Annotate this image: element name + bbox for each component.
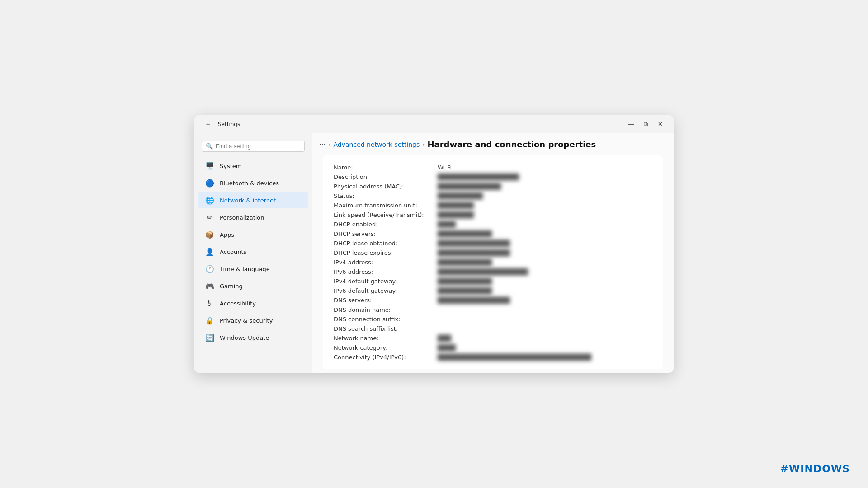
property-row: Connectivity (IPv4/IPv6):███████████████…: [334, 352, 652, 362]
property-row: Link speed (Receive/Transmit):████████: [334, 210, 652, 220]
property-label: DNS connection suffix:: [334, 316, 438, 323]
sidebar-item-apps[interactable]: 📦 Apps: [198, 226, 308, 243]
property-row: DHCP lease expires:████████████████: [334, 248, 652, 258]
property-value: ████████████: [438, 259, 652, 266]
sidebar-item-system[interactable]: 🖥️ System: [198, 158, 308, 174]
property-value: ████████████████: [438, 249, 652, 256]
minimize-button[interactable]: —: [625, 118, 637, 131]
property-row: IPv6 default gateway:████████████: [334, 286, 652, 296]
sidebar-item-label: Apps: [220, 231, 234, 238]
property-label: IPv6 address:: [334, 268, 438, 275]
apps-icon: 📦: [205, 230, 214, 239]
property-value: ████████████████████: [438, 268, 652, 275]
property-row: IPv6 address:████████████████████: [334, 267, 652, 277]
property-value: ██████████: [438, 192, 652, 199]
sidebar-item-label: Windows Update: [220, 334, 269, 341]
property-row: Description:██████████████████: [334, 172, 652, 182]
property-label: Physical address (MAC):: [334, 183, 438, 190]
property-value: ████████████████: [438, 240, 652, 247]
sidebar-item-label: Accessibility: [220, 300, 256, 307]
property-value: ██████████████████: [438, 174, 652, 180]
property-row: Status:██████████: [334, 191, 652, 201]
sidebar-item-label: Privacy & security: [220, 317, 273, 324]
property-value: ████████████████: [438, 297, 652, 304]
sidebar-item-network[interactable]: 🌐 Network & internet: [198, 192, 308, 208]
system-icon: 🖥️: [205, 161, 214, 170]
property-row: DNS domain name:: [334, 305, 652, 314]
sidebar-item-accounts[interactable]: 👤 Accounts: [198, 244, 308, 260]
property-row: DHCP servers:████████████: [334, 229, 652, 239]
sidebar-item-bluetooth[interactable]: 🔵 Bluetooth & devices: [198, 175, 308, 191]
properties-card-wifi: Name:Wi-FiDescription:██████████████████…: [323, 155, 663, 369]
update-icon: 🔄: [205, 333, 214, 342]
property-value: ███: [438, 335, 652, 342]
window-controls: — ⧉ ✕: [625, 118, 666, 131]
property-label: DHCP lease expires:: [334, 249, 438, 256]
property-row: Network category:████: [334, 343, 652, 352]
window-title: Settings: [218, 121, 240, 127]
page-watermark: #WINDOWS: [780, 463, 850, 474]
title-bar: ← Settings — ⧉ ✕: [194, 115, 674, 133]
search-input[interactable]: [216, 143, 301, 150]
search-box[interactable]: 🔍: [202, 141, 305, 152]
sidebar-item-label: Bluetooth & devices: [220, 180, 279, 187]
property-value: ████████████: [438, 230, 652, 237]
property-row: DHCP enabled:████: [334, 220, 652, 229]
breadcrumb-parent[interactable]: Advanced network settings: [334, 141, 420, 148]
property-label: Maximum transmission unit:: [334, 202, 438, 209]
network-icon: 🌐: [205, 196, 214, 205]
property-row: Network name:███: [334, 333, 652, 343]
property-row: DHCP lease obtained:████████████████: [334, 239, 652, 248]
property-row: IPv4 address:████████████: [334, 258, 652, 267]
sidebar-item-update[interactable]: 🔄 Windows Update: [198, 329, 308, 346]
property-value: ████████████: [438, 287, 652, 294]
property-row: DNS connection suffix:: [334, 314, 652, 324]
sidebar-item-label: Time & language: [220, 266, 270, 272]
breadcrumb-current: Hardware and connection properties: [427, 140, 596, 149]
breadcrumb-dots[interactable]: ···: [319, 141, 326, 149]
sidebar-item-label: Accounts: [220, 249, 246, 255]
sidebar-item-time[interactable]: 🕐 Time & language: [198, 261, 308, 277]
back-button[interactable]: ←: [202, 118, 214, 131]
personalization-icon: ✏️: [205, 213, 214, 222]
property-value: ████: [438, 344, 652, 351]
property-value: ██████████████████████████████████: [438, 354, 652, 361]
property-value: ████████: [438, 211, 652, 218]
property-label: Network category:: [334, 344, 438, 351]
property-label: Name:: [334, 164, 438, 171]
property-label: Link speed (Receive/Transmit):: [334, 211, 438, 218]
settings-window: ← Settings — ⧉ ✕ 🔍 🖥️ System 🔵 Bluetooth…: [194, 115, 674, 373]
property-value: Wi-Fi: [438, 164, 652, 171]
restore-button[interactable]: ⧉: [639, 118, 652, 131]
property-label: DNS search suffix list:: [334, 325, 438, 332]
breadcrumb-sep: ›: [328, 141, 330, 148]
property-label: Network name:: [334, 335, 438, 342]
property-value: ████████: [438, 202, 652, 209]
property-label: Connectivity (IPv4/IPv6):: [334, 354, 438, 361]
title-bar-left: ← Settings: [202, 118, 240, 131]
sidebar-item-label: System: [220, 163, 241, 169]
content-area: 🔍 🖥️ System 🔵 Bluetooth & devices 🌐 Netw…: [194, 133, 674, 373]
property-label: DNS domain name:: [334, 306, 438, 313]
sidebar-item-label: Gaming: [220, 283, 243, 290]
property-row: Maximum transmission unit:████████: [334, 201, 652, 210]
main-panel: ··· › Advanced network settings › Hardwa…: [312, 133, 674, 373]
property-label: DHCP enabled:: [334, 221, 438, 228]
property-row: IPv4 default gateway:████████████: [334, 277, 652, 286]
close-button[interactable]: ✕: [654, 118, 666, 131]
bluetooth-icon: 🔵: [205, 178, 214, 188]
sidebar-item-accessibility[interactable]: ♿ Accessibility: [198, 295, 308, 311]
property-value: ████████████: [438, 278, 652, 285]
sidebar-item-gaming[interactable]: 🎮 Gaming: [198, 278, 308, 294]
sidebar-item-personalization[interactable]: ✏️ Personalization: [198, 209, 308, 225]
accounts-icon: 👤: [205, 247, 214, 256]
sidebar-item-privacy[interactable]: 🔒 Privacy & security: [198, 312, 308, 328]
breadcrumb-sep2: ›: [422, 141, 425, 148]
property-row: Name:Wi-Fi: [334, 163, 652, 172]
sidebar: 🔍 🖥️ System 🔵 Bluetooth & devices 🌐 Netw…: [194, 133, 312, 373]
property-label: IPv4 address:: [334, 259, 438, 266]
time-icon: 🕐: [205, 264, 214, 273]
property-label: DHCP lease obtained:: [334, 240, 438, 247]
content-scroll[interactable]: NeuronVM Name:Wi-FiDescription:█████████…: [312, 154, 674, 373]
property-label: Description:: [334, 174, 438, 180]
